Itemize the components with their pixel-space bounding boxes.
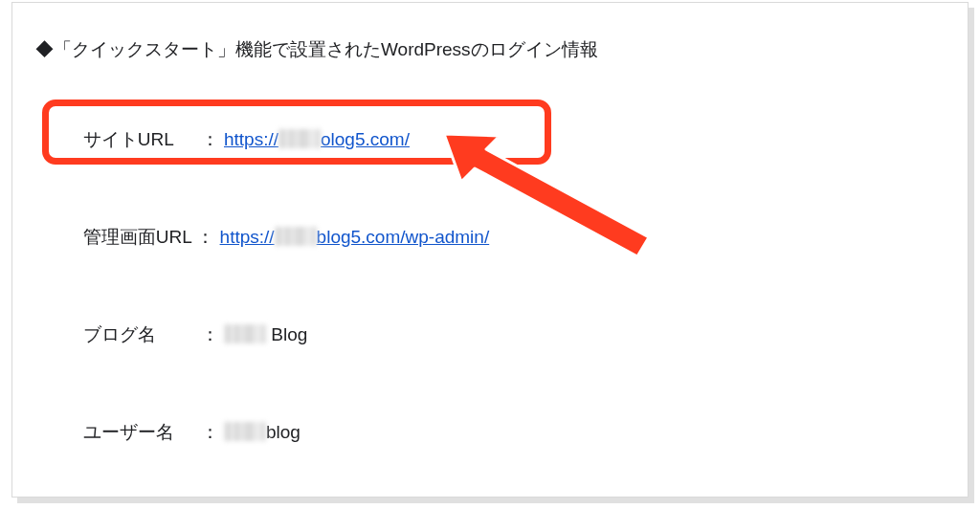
redacted-segment	[224, 324, 266, 343]
colon: ：	[201, 129, 219, 149]
colon: ：	[201, 324, 219, 344]
blog-name-row: ブログ名 ： Blog	[53, 286, 945, 384]
site-url-row: サイトURL： https://olog5.com/	[53, 91, 945, 188]
admin-url-suffix: blog5.com/wp-admin/	[317, 227, 490, 247]
blog-name-label: ブログ名	[83, 324, 156, 344]
password-row: パスワード： お客様が設定したパスワード	[53, 481, 945, 509]
site-url-link[interactable]: https://olog5.com/	[224, 129, 410, 149]
site-url-prefix: https://	[224, 129, 278, 149]
blog-name-value: Blog	[266, 324, 307, 344]
colon: ：	[201, 422, 219, 442]
user-name-value: blog	[266, 422, 301, 442]
user-name-row: ユーザー名： blog	[53, 384, 945, 481]
user-name-label: ユーザー名	[83, 422, 174, 442]
site-url-suffix: olog5.com/	[321, 129, 410, 149]
section1-heading: ◆「クイックスタート」機能で設置されたWordPressのログイン情報	[35, 33, 945, 66]
login-info-rows: サイトURL： https://olog5.com/ 管理画面URL ： htt…	[53, 91, 945, 509]
redacted-segment	[278, 129, 321, 148]
admin-url-label: 管理画面URL	[83, 227, 191, 247]
document-frame: ◆「クイックスタート」機能で設置されたWordPressのログイン情報 サイトU…	[11, 2, 969, 498]
redacted-segment	[224, 422, 266, 441]
admin-url-prefix: https://	[220, 227, 275, 247]
admin-url-link[interactable]: https://blog5.com/wp-admin/	[220, 227, 490, 247]
redacted-segment	[275, 227, 317, 246]
colon: ：	[196, 227, 214, 247]
admin-url-row: 管理画面URL ： https://blog5.com/wp-admin/	[53, 188, 945, 286]
site-url-label: サイトURL	[83, 129, 174, 149]
